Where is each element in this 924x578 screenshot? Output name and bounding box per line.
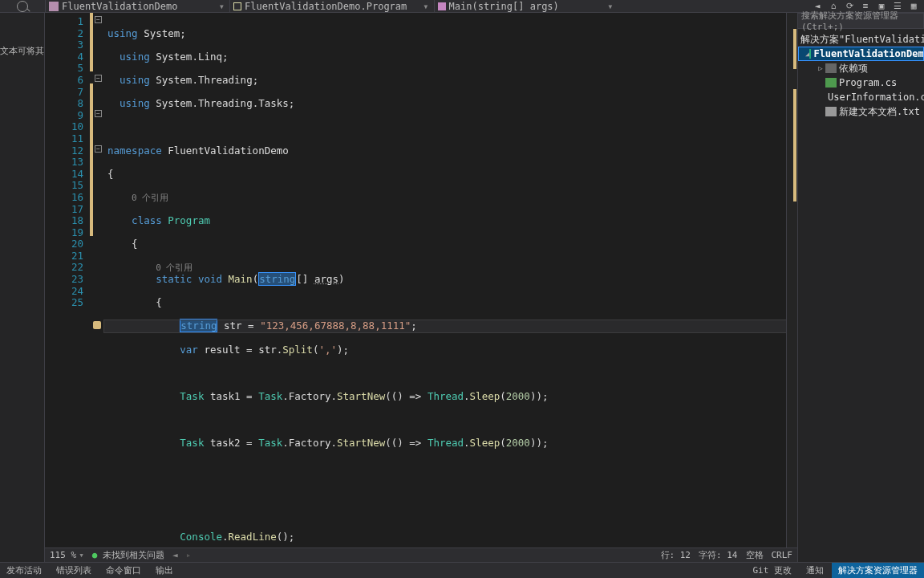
chevron-down-icon[interactable]: ▾ [591, 1, 613, 12]
status-eol[interactable]: CRLF [772, 550, 793, 560]
bottom-tab-bar: 发布活动 错误列表 命令窗口 输出 Git 更改 通知 解决方案资源管理器 [0, 562, 924, 578]
crumb-class-label: FluentValidationDemo.Program [245, 1, 407, 12]
expand-icon[interactable]: ▷ [816, 64, 825, 72]
issues-indicator[interactable]: ● 未找到相关问题 [92, 549, 164, 561]
nav-back-icon[interactable]: ◄ [172, 550, 178, 560]
txt-file-icon [825, 107, 837, 116]
solution-tree[interactable]: 解决方案"FluentValidationDemo" ◢FluentValida… [798, 29, 924, 562]
chevron-down-icon[interactable]: ▾ [203, 1, 225, 12]
fold-toggle[interactable]: − [95, 75, 102, 82]
status-indent[interactable]: 空格 [746, 549, 764, 561]
zoom-level[interactable]: 115 % [50, 550, 84, 560]
tree-file-program[interactable]: Program.cs [798, 75, 924, 90]
main-body: 文本可将其 1234567891011121314151617181920212… [0, 13, 924, 562]
tab-errorlist[interactable]: 错误列表 [50, 563, 98, 578]
crumb-method-label: Main(string[] args) [449, 1, 559, 12]
nav-fwd-icon[interactable]: ▸ [186, 550, 192, 560]
tree-file-userinfo[interactable]: UserInformation.cs [798, 90, 924, 104]
csproj-icon [809, 49, 811, 59]
current-line[interactable]: string str = "123,456,67888,8,88,1111"; [104, 320, 786, 332]
method-icon [438, 2, 446, 10]
crumb-class[interactable]: FluentValidationDemo.Program ▾ [229, 0, 434, 12]
app-root: FluentValidationDemo ▾ FluentValidationD… [0, 0, 924, 578]
search-icon[interactable] [17, 1, 28, 12]
tree-project[interactable]: ◢FluentValidationDemo [798, 47, 924, 61]
crumb-file[interactable]: FluentValidationDemo ▾ [45, 0, 229, 12]
tree-solution[interactable]: 解决方案"FluentValidationDemo" [798, 32, 924, 47]
editor-wrap: 1234567891011121314151617181920212223242… [45, 13, 797, 562]
toolbox-panel[interactable]: 文本可将其 [0, 13, 45, 562]
status-col[interactable]: 字符: 14 [699, 549, 738, 561]
tab-notifications[interactable]: 通知 [800, 563, 830, 578]
lightbulb-icon[interactable] [93, 321, 101, 329]
codelens-references[interactable]: 0 个引用 [156, 263, 192, 273]
tab-command[interactable]: 命令窗口 [99, 563, 148, 578]
cs-file-icon [825, 78, 837, 88]
breadcrumb-bar: FluentValidationDemo ▾ FluentValidationD… [0, 0, 924, 13]
tab-gitchanges[interactable]: Git 更改 [747, 563, 799, 578]
crumb-file-label: FluentValidationDemo [62, 1, 178, 12]
codelens-references[interactable]: 0 个引用 [132, 193, 168, 203]
fold-column[interactable]: − − − − [93, 13, 104, 547]
tab-solution-explorer[interactable]: 解决方案资源管理器 [832, 563, 924, 578]
fold-toggle[interactable]: − [95, 110, 102, 117]
editor-status-bar: 115 % ● 未找到相关问题 ◄ ▸ 行: 12 字符: 14 空格 CRLF [45, 547, 797, 562]
tab-publish[interactable]: 发布活动 [0, 563, 48, 578]
tab-output[interactable]: 输出 [149, 563, 180, 578]
top-left-tools [0, 1, 45, 12]
chevron-down-icon[interactable]: ▾ [407, 1, 428, 12]
crumb-method[interactable]: Main(string[] args) ▾ [434, 0, 618, 12]
solution-explorer[interactable]: 解决方案"FluentValidationDemo" ◢FluentValida… [797, 13, 924, 562]
csharp-file-icon [49, 2, 59, 11]
fold-toggle[interactable]: − [95, 16, 102, 23]
class-icon [233, 2, 241, 10]
solution-search-placeholder: 搜索解决方案资源管理器(Ctrl+;) [801, 10, 920, 32]
tree-file-txt[interactable]: 新建文本文档.txt [798, 104, 924, 119]
solution-search-input[interactable]: 搜索解决方案资源管理器(Ctrl+;) [797, 13, 924, 29]
fold-toggle[interactable]: − [95, 145, 102, 153]
tree-dependencies[interactable]: ▷依赖项 [798, 61, 924, 75]
status-line[interactable]: 行: 12 [661, 549, 691, 561]
line-gutter: 1234567891011121314151617181920212223242… [45, 13, 90, 547]
toolbox-hint: 文本可将其 [0, 45, 44, 57]
code-editor[interactable]: 1234567891011121314151617181920212223242… [45, 13, 797, 547]
overview-ruler[interactable] [786, 13, 797, 547]
dependencies-icon [825, 63, 837, 73]
code-area[interactable]: using System; using System.Linq; using S… [104, 13, 786, 547]
